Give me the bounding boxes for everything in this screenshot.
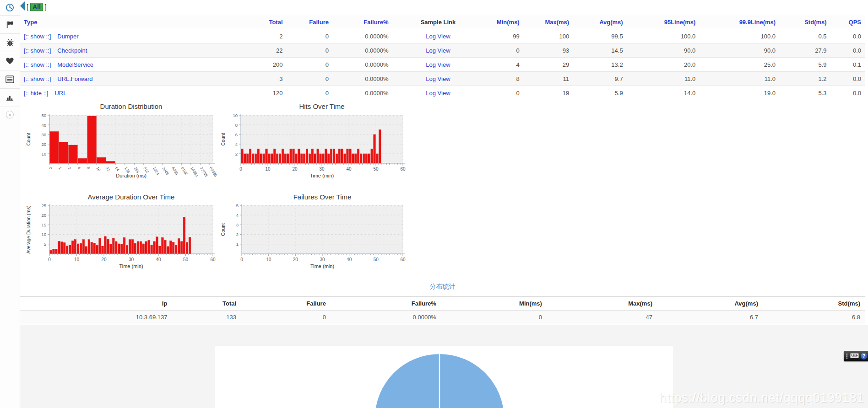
header-std[interactable]: Std(ms) <box>779 15 830 29</box>
type-filter-bar: [ All ] <box>27 1 47 13</box>
clock-icon <box>5 3 14 12</box>
bracket-left: [ <box>27 3 28 11</box>
sidebar-item-event[interactable] <box>0 16 20 34</box>
svg-text:2: 2 <box>235 151 238 156</box>
svg-text:32: 32 <box>105 166 111 172</box>
cell-std: 1.2 <box>779 72 830 86</box>
svg-text:3: 3 <box>236 222 239 227</box>
svg-text:16: 16 <box>95 166 102 172</box>
cell-std: 5.9 <box>779 58 830 72</box>
keyboard-icon[interactable] <box>850 353 859 360</box>
drag-handle-icon[interactable] <box>846 353 848 359</box>
sidebar-item-heartbeat[interactable] <box>0 52 20 70</box>
cell-avg: 9.7 <box>573 72 627 86</box>
show-link[interactable]: [:: show ::] <box>24 75 51 82</box>
type-link[interactable]: URL <box>54 90 66 97</box>
svg-text:50: 50 <box>183 257 189 262</box>
type-link[interactable]: Dumper <box>57 33 78 40</box>
dist-cell-min: 0 <box>441 311 547 324</box>
table-row-url: [:: hide ::]URL 120 0 0.0000% Log View 0… <box>20 86 865 100</box>
cell-total: 3 <box>240 72 286 86</box>
svg-text:40: 40 <box>41 123 46 128</box>
bug-icon <box>6 39 14 47</box>
cell-std: 27.9 <box>779 43 830 58</box>
svg-text:60: 60 <box>210 257 216 262</box>
svg-text:32768: 32768 <box>199 166 209 178</box>
cell-avg: 14.5 <box>573 43 627 58</box>
dist-cell-ip: 10.3.69.137 <box>20 311 172 324</box>
type-link[interactable]: ModelService <box>57 61 93 68</box>
cell-qps: 0.0 <box>830 72 865 86</box>
svg-text:Average Duration (ms): Average Duration (ms) <box>26 205 31 253</box>
dist-cell-failure: 0 <box>241 311 331 324</box>
cell-max: 93 <box>523 43 573 58</box>
sidebar-item-statistics[interactable] <box>0 89 20 107</box>
svg-text:20: 20 <box>293 257 298 262</box>
filter-all-link[interactable]: All <box>30 3 43 11</box>
log-view-link[interactable]: Log View <box>426 61 450 68</box>
svg-text:8: 8 <box>86 166 91 171</box>
svg-text:30: 30 <box>129 257 134 262</box>
dist-header-row: Ip Total Failure Failure% Min(ms) Max(ms… <box>20 297 865 311</box>
header-999line[interactable]: 99.9Line(ms) <box>699 15 779 29</box>
header-type[interactable]: Type <box>20 15 240 29</box>
svg-text:8192: 8192 <box>180 166 189 176</box>
cell-std: 5.3 <box>779 86 830 100</box>
show-link[interactable]: [:: show ::] <box>24 47 51 54</box>
hide-link[interactable]: [:: hide ::] <box>24 90 48 97</box>
log-view-link[interactable]: Log View <box>426 90 450 97</box>
cell-999line: 19.0 <box>699 86 779 100</box>
show-link[interactable]: [:: show ::] <box>24 61 51 68</box>
sidebar-expand-button[interactable]: » <box>6 111 14 118</box>
cell-max: 100 <box>523 29 573 43</box>
svg-text:2048: 2048 <box>161 166 170 176</box>
type-link[interactable]: URL.Forward <box>57 75 92 82</box>
header-total[interactable]: Total <box>240 15 286 29</box>
show-link[interactable]: [:: show ::] <box>24 33 51 40</box>
header-avg[interactable]: Avg(ms) <box>573 15 627 29</box>
log-view-link[interactable]: Log View <box>426 33 450 40</box>
sidebar-item-transaction[interactable] <box>0 0 20 16</box>
list-icon <box>5 75 14 83</box>
distribution-section-title: 分布统计 <box>20 283 865 291</box>
svg-text:50: 50 <box>373 166 379 172</box>
svg-text:10: 10 <box>265 166 271 172</box>
cell-min: 0 <box>484 43 523 58</box>
svg-text:6: 6 <box>235 132 238 137</box>
type-link[interactable]: Checkpoint <box>57 47 87 54</box>
cell-failure: 0 <box>287 43 332 58</box>
cell-95line: 100.0 <box>627 29 700 43</box>
cell-total: 22 <box>240 43 286 58</box>
flag-icon <box>6 21 14 29</box>
svg-text:0: 0 <box>48 166 53 171</box>
average-duration-chart: 5101520250102030405060Average Duration O… <box>25 192 217 279</box>
sidebar-item-problem[interactable] <box>0 34 20 52</box>
log-view-link[interactable]: Log View <box>426 47 450 54</box>
sidebar-item-logview[interactable] <box>0 70 20 89</box>
svg-text:4096: 4096 <box>171 166 179 176</box>
dist-header-min: Min(ms) <box>441 297 547 311</box>
header-max[interactable]: Max(ms) <box>523 15 573 29</box>
header-95line[interactable]: 95Line(ms) <box>627 15 700 29</box>
header-qps[interactable]: QPS <box>830 15 865 29</box>
help-button[interactable]: ? <box>861 353 867 360</box>
cell-failure: 0 <box>287 29 332 43</box>
dist-cell-std: 6.8 <box>763 311 865 324</box>
svg-text:Count: Count <box>220 133 226 145</box>
header-failure-pct[interactable]: Failure% <box>332 15 392 29</box>
dist-header-max: Max(ms) <box>547 297 657 311</box>
header-min[interactable]: Min(ms) <box>484 15 523 29</box>
dist-header-ip: Ip <box>20 297 172 311</box>
cell-total: 2 <box>240 29 286 43</box>
svg-text:25: 25 <box>41 203 46 208</box>
dist-header-avg: Avg(ms) <box>657 297 763 311</box>
cell-999line: 25.0 <box>699 58 779 72</box>
header-failure[interactable]: Failure <box>287 15 332 29</box>
svg-text:4: 4 <box>235 142 238 147</box>
ime-toolbar[interactable]: ? <box>844 351 868 361</box>
log-view-link[interactable]: Log View <box>426 75 450 82</box>
sidebar-collapse-toggler[interactable] <box>20 1 25 11</box>
svg-text:10: 10 <box>233 113 238 118</box>
cell-min: 4 <box>484 58 523 72</box>
svg-text:10: 10 <box>41 151 46 156</box>
